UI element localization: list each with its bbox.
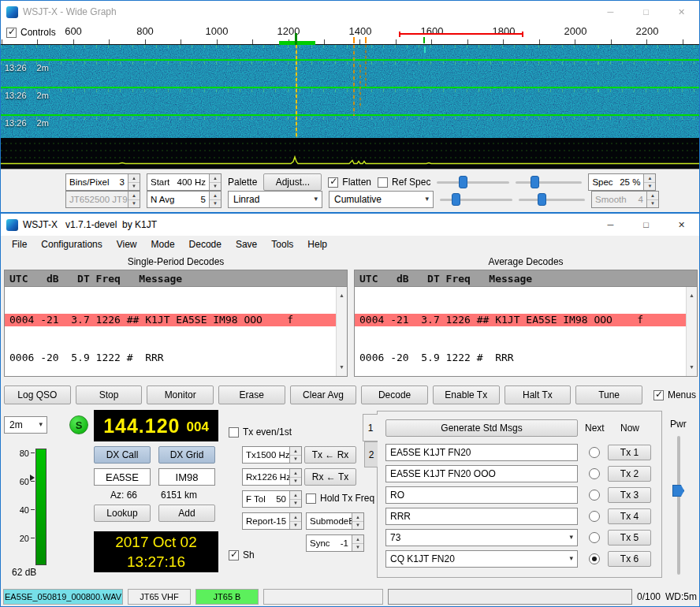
spec-percent-spinner[interactable]: Spec 25 % ▲▼: [588, 173, 656, 191]
dx-grid-field[interactable]: IM98: [158, 468, 215, 486]
decode-text-area[interactable]: 0004 -21 3.7 1226 ## K1JT EA5SE IM98 OOO…: [4, 286, 348, 377]
tx-from-rx-button[interactable]: Tx ← Rx: [304, 446, 356, 464]
menu-tools[interactable]: Tools: [264, 236, 300, 253]
tx3-next-radio[interactable]: [589, 490, 600, 501]
pwr-slider-handle[interactable]: [672, 485, 684, 497]
enable-tx-button[interactable]: Enable Tx: [433, 385, 500, 404]
minimize-button[interactable]: ─: [593, 214, 628, 236]
f-tol-spinner[interactable]: F Tol 50 ▲▼: [242, 490, 302, 508]
decode-text-area[interactable]: 0004 -21 3.7 1226 ## K1JT EA5SE IM98 OOO…: [354, 286, 698, 377]
tx3-message-field[interactable]: RO: [385, 486, 578, 504]
menu-decode[interactable]: Decode: [182, 236, 229, 253]
rx-freq-spinner[interactable]: Rx 1226 Hz ▲▼: [242, 468, 302, 486]
decode-line[interactable]: 0006 -20 5.9 1222 # RRR: [5, 352, 347, 364]
scroll-down-icon[interactable]: ▼: [689, 361, 694, 374]
frequency-scale[interactable]: Controls 600 800 1000 1200 1400 1600 180…: [1, 23, 699, 45]
tx4-next-radio[interactable]: [589, 511, 600, 522]
tune-button[interactable]: Tune: [575, 385, 642, 404]
tx-freq-spinner[interactable]: Tx 1500 Hz ▲▼: [242, 446, 302, 464]
lookup-button[interactable]: Lookup: [94, 505, 151, 522]
pwr-slider[interactable]: [677, 436, 680, 575]
slider-handle[interactable]: [538, 193, 546, 206]
clear-avg-button[interactable]: Clear Avg: [290, 385, 357, 404]
tx2-now-button[interactable]: Tx 2: [608, 466, 651, 482]
spinner-arrows-icon[interactable]: ▲▼: [128, 174, 140, 190]
scrollbar[interactable]: ▲ ▼: [686, 287, 697, 376]
erase-button[interactable]: Erase: [218, 385, 285, 404]
bins-pixel-spinner[interactable]: Bins/Pixel 3 ▲▼: [65, 173, 140, 191]
stop-button[interactable]: Stop: [76, 385, 143, 404]
maximize-button[interactable]: □: [628, 1, 664, 23]
spinner-arrows-icon[interactable]: ▲▼: [352, 513, 363, 529]
tx6-next-radio[interactable]: [589, 553, 600, 564]
maximize-button[interactable]: □: [628, 214, 664, 236]
scroll-up-icon[interactable]: ▲: [339, 289, 344, 302]
menu-configurations[interactable]: Configurations: [34, 236, 109, 253]
scroll-down-icon[interactable]: ▼: [339, 361, 344, 374]
menu-help[interactable]: Help: [300, 236, 334, 253]
hold-tx-freq-checkbox[interactable]: Hold Tx Freq: [306, 493, 374, 504]
slider-handle[interactable]: [531, 176, 539, 188]
waterfall-display[interactable]: 13:26 2m 13:26 2m 13:26 2m: [1, 45, 699, 138]
controls-checkbox[interactable]: Controls: [6, 27, 56, 38]
waterfall-zero-slider[interactable]: [516, 174, 582, 190]
spinner-arrows-icon[interactable]: ▲▼: [289, 469, 301, 485]
minimize-button[interactable]: ─: [593, 1, 628, 23]
spinner-arrows-icon[interactable]: ▲▼: [289, 447, 301, 463]
generate-std-msgs-button[interactable]: Generate Std Msgs: [385, 419, 578, 437]
sh-checkbox[interactable]: Sh: [229, 549, 255, 560]
tx6-message-combo[interactable]: CQ K1JT FN20: [385, 550, 578, 568]
sync-spinner[interactable]: Sync -1 ▲▼: [306, 534, 364, 552]
tx4-now-button[interactable]: Tx 4: [608, 508, 651, 524]
monitor-button[interactable]: Monitor: [147, 385, 214, 404]
menu-save[interactable]: Save: [229, 236, 264, 253]
slider-handle[interactable]: [459, 176, 467, 188]
dx-call-field[interactable]: EA5SE: [94, 468, 151, 486]
tx4-message-field[interactable]: RRR: [385, 508, 578, 525]
flatten-checkbox[interactable]: Flatten: [328, 177, 371, 188]
log-qso-button[interactable]: Log QSO: [4, 385, 71, 404]
spectrum-zero-slider[interactable]: [519, 192, 585, 207]
palette-combo[interactable]: Linrad: [228, 191, 322, 208]
decode-line[interactable]: 0006 -20 5.9 1222 # RRR: [355, 352, 697, 364]
tx-even-checkbox[interactable]: Tx even/1st: [229, 426, 292, 438]
close-button[interactable]: ✕: [664, 1, 699, 23]
tx3-now-button[interactable]: Tx 3: [608, 487, 651, 503]
decode-line[interactable]: 0004 -21 3.7 1226 ## K1JT EA5SE IM98 OOO…: [5, 314, 347, 326]
tx1-message-field[interactable]: EA5SE K1JT FN20: [385, 444, 578, 461]
tab-2[interactable]: 2: [364, 441, 378, 467]
decode-button[interactable]: Decode: [361, 385, 428, 404]
spinner-arrows-icon[interactable]: ▲▼: [646, 192, 658, 207]
add-button[interactable]: Add: [158, 505, 215, 522]
wide-graph-titlebar[interactable]: WSJT-X - Wide Graph ─ □ ✕: [1, 1, 699, 23]
tx1-next-radio[interactable]: [589, 447, 600, 458]
menu-file[interactable]: File: [5, 236, 34, 253]
tx5-next-radio[interactable]: [589, 532, 600, 543]
tx5-message-combo[interactable]: 73: [385, 529, 578, 546]
main-titlebar[interactable]: WSJT-X v1.7.1-devel by K1JT ─ □ ✕: [1, 214, 699, 236]
jt65-jt9-split-spinner[interactable]: JT65 2500 JT9 ▲▼: [65, 191, 140, 208]
halt-tx-button[interactable]: Halt Tx: [505, 385, 572, 404]
band-select-combo[interactable]: 2m: [4, 416, 47, 434]
ref-spec-checkbox[interactable]: Ref Spec: [378, 177, 430, 188]
submode-spinner[interactable]: Submode B ▲▼: [306, 512, 364, 530]
adjust-palette-button[interactable]: Adjust...: [263, 173, 322, 191]
dx-grid-button[interactable]: DX Grid: [158, 446, 215, 464]
menu-mode[interactable]: Mode: [144, 236, 182, 253]
tx6-now-button[interactable]: Tx 6: [608, 551, 651, 567]
tx2-next-radio[interactable]: [589, 468, 600, 479]
spectrum-gain-slider[interactable]: [440, 192, 512, 207]
tx1-now-button[interactable]: Tx 1: [608, 445, 651, 460]
decode-line[interactable]: 0004 -21 3.7 1226 ## K1JT EA5SE IM98 OOO…: [355, 314, 697, 326]
dx-call-button[interactable]: DX Call: [94, 446, 151, 464]
close-button[interactable]: ✕: [664, 214, 699, 236]
rx-from-tx-button[interactable]: Rx ← Tx: [304, 468, 356, 486]
spinner-arrows-icon[interactable]: ▲▼: [352, 535, 363, 551]
slider-handle[interactable]: [452, 193, 460, 206]
frequency-display[interactable]: 144.120 004: [94, 410, 218, 441]
scroll-up-icon[interactable]: ▲: [689, 289, 694, 302]
spinner-arrows-icon[interactable]: ▲▼: [643, 174, 655, 190]
spinner-arrows-icon[interactable]: ▲▼: [209, 174, 221, 190]
n-avg-spinner[interactable]: N Avg 5 ▲▼: [147, 191, 222, 208]
spinner-arrows-icon[interactable]: ▲▼: [128, 192, 140, 207]
